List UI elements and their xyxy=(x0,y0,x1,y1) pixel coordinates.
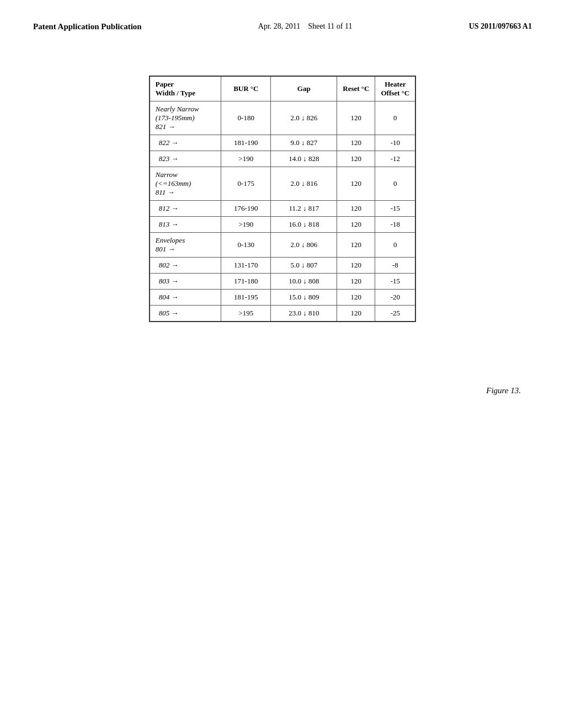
paper-822: 822 → xyxy=(150,135,221,151)
heater-813: -18 xyxy=(375,217,415,233)
heater-803: -15 xyxy=(375,274,415,290)
paper-803: 803 → xyxy=(150,274,221,290)
heater-823: -12 xyxy=(375,151,415,167)
main-content: PaperWidth / Type BUR °C Gap Reset °C He… xyxy=(0,42,565,344)
gap-821: 2.0 ↓ 826 xyxy=(271,101,337,135)
gap-823: 14.0 ↓ 828 xyxy=(271,151,337,167)
table-row: 802 → 131-170 5.0 ↓ 807 120 -8 xyxy=(150,258,415,274)
paper-823: 823 → xyxy=(150,151,221,167)
bur-811: 0-175 xyxy=(221,167,271,201)
col-header-gap: Gap xyxy=(271,76,337,101)
table-row: 805 → >195 23.0 ↓ 810 120 -25 xyxy=(150,306,415,322)
gap-812: 11.2 ↓ 817 xyxy=(271,201,337,217)
heater-801: 0 xyxy=(375,233,415,258)
publication-meta: Apr. 28, 2011 Sheet 11 of 11 xyxy=(258,22,353,31)
paper-802: 802 → xyxy=(150,258,221,274)
bur-823: >190 xyxy=(221,151,271,167)
reset-822: 120 xyxy=(337,135,375,151)
sheet-info: Sheet 11 of 11 xyxy=(308,22,352,30)
bur-802: 131-170 xyxy=(221,258,271,274)
section-envelopes: Envelopes801 → xyxy=(150,233,221,258)
bur-813: >190 xyxy=(221,217,271,233)
table-row: 823 → >190 14.0 ↓ 828 120 -12 xyxy=(150,151,415,167)
section-nearly-narrow: Nearly Narrow(173-195mm)821 → xyxy=(150,101,221,135)
table-row: 812 → 176-190 11.2 ↓ 817 120 -15 xyxy=(150,201,415,217)
gap-805: 23.0 ↓ 810 xyxy=(271,306,337,322)
bur-804: 181-195 xyxy=(221,290,271,306)
col-header-paper: PaperWidth / Type xyxy=(150,76,221,101)
reset-804: 120 xyxy=(337,290,375,306)
reset-802: 120 xyxy=(337,258,375,274)
heater-805: -25 xyxy=(375,306,415,322)
reset-811: 120 xyxy=(337,167,375,201)
reset-805: 120 xyxy=(337,306,375,322)
table-row: 804 → 181-195 15.0 ↓ 809 120 -20 xyxy=(150,290,415,306)
data-table: PaperWidth / Type BUR °C Gap Reset °C He… xyxy=(149,76,416,322)
bur-805: >195 xyxy=(221,306,271,322)
paper-804: 804 → xyxy=(150,290,221,306)
bur-803: 171-180 xyxy=(221,274,271,290)
paper-805: 805 → xyxy=(150,306,221,322)
reset-813: 120 xyxy=(337,217,375,233)
heater-821: 0 xyxy=(375,101,415,135)
bur-812: 176-190 xyxy=(221,201,271,217)
table-row: 803 → 171-180 10.0 ↓ 808 120 -15 xyxy=(150,274,415,290)
col-header-bur: BUR °C xyxy=(221,76,271,101)
section-header-row-narrow: Narrow(<=163mm)811 → 0-175 2.0 ↓ 816 120… xyxy=(150,167,415,201)
gap-803: 10.0 ↓ 808 xyxy=(271,274,337,290)
page-header: Patent Application Publication Apr. 28, … xyxy=(0,0,565,42)
gap-804: 15.0 ↓ 809 xyxy=(271,290,337,306)
gap-822: 9.0 ↓ 827 xyxy=(271,135,337,151)
heater-811: 0 xyxy=(375,167,415,201)
patent-number: US 2011/097663 A1 xyxy=(469,22,532,31)
table-row: 813 → >190 16.0 ↓ 818 120 -18 xyxy=(150,217,415,233)
heater-822: -10 xyxy=(375,135,415,151)
heater-812: -15 xyxy=(375,201,415,217)
publication-date: Apr. 28, 2011 xyxy=(258,22,300,30)
gap-813: 16.0 ↓ 818 xyxy=(271,217,337,233)
reset-803: 120 xyxy=(337,274,375,290)
reset-823: 120 xyxy=(337,151,375,167)
heater-804: -20 xyxy=(375,290,415,306)
figure-caption: Figure 13. xyxy=(486,386,521,395)
heater-802: -8 xyxy=(375,258,415,274)
gap-801: 2.0 ↓ 806 xyxy=(271,233,337,258)
reset-801: 120 xyxy=(337,233,375,258)
reset-812: 120 xyxy=(337,201,375,217)
bur-821: 0-180 xyxy=(221,101,271,135)
bur-822: 181-190 xyxy=(221,135,271,151)
table-row: 822 → 181-190 9.0 ↓ 827 120 -10 xyxy=(150,135,415,151)
bur-801: 0-130 xyxy=(221,233,271,258)
publication-title: Patent Application Publication xyxy=(33,22,142,31)
section-header-row-envelopes: Envelopes801 → 0-130 2.0 ↓ 806 120 0 xyxy=(150,233,415,258)
gap-811: 2.0 ↓ 816 xyxy=(271,167,337,201)
section-header-row: Nearly Narrow(173-195mm)821 → 0-180 2.0 … xyxy=(150,101,415,135)
paper-812: 812 → xyxy=(150,201,221,217)
section-narrow: Narrow(<=163mm)811 → xyxy=(150,167,221,201)
col-header-reset: Reset °C xyxy=(337,76,375,101)
reset-821: 120 xyxy=(337,101,375,135)
gap-802: 5.0 ↓ 807 xyxy=(271,258,337,274)
paper-813: 813 → xyxy=(150,217,221,233)
col-header-heater: HeaterOffset °C xyxy=(375,76,415,101)
